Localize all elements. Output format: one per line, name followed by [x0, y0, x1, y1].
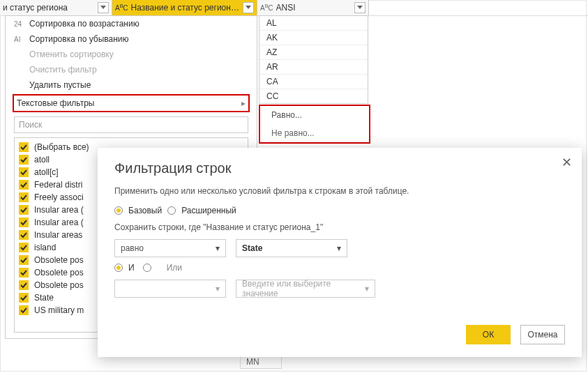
condition-row-2: ▾ Введите или выберите значение ▾ — [114, 280, 565, 298]
operator-select-2[interactable]: ▾ — [114, 280, 226, 298]
ok-button[interactable]: ОК — [466, 325, 511, 344]
search-placeholder: Поиск — [19, 120, 42, 130]
sort-descending[interactable]: AI Сортировка по убыванию — [6, 31, 257, 47]
checkbox-icon[interactable] — [19, 305, 29, 315]
filter-value-label: Obsolete pos — [34, 280, 84, 290]
column-label: и статус региона — [3, 3, 98, 13]
ansi-value-list: AL AK AZ AR CA CC — [259, 15, 368, 104]
sort-desc-label: Сортировка по убыванию — [29, 34, 129, 44]
search-input[interactable]: Поиск — [14, 116, 248, 133]
cancel-button[interactable]: Отмена — [520, 325, 565, 344]
text-filters-label: Текстовые фильтры — [17, 98, 94, 108]
chevron-down-icon: ▾ — [216, 243, 220, 253]
chevron-down-icon: ▾ — [365, 284, 369, 294]
value-select-2[interactable]: Введите или выберите значение ▾ — [236, 280, 375, 298]
checkbox-icon[interactable] — [19, 293, 29, 303]
remove-empty-label: Удалить пустые — [29, 80, 91, 90]
menu-item-not-equals[interactable]: Не равно... — [260, 124, 369, 142]
radio-or-label: Или — [167, 263, 182, 273]
close-button[interactable]: ✕ — [561, 155, 572, 170]
dialog-title: Фильтрация строк — [114, 160, 565, 176]
filter-value-label: atoll[c] — [34, 167, 59, 177]
table-cell: MN — [240, 355, 282, 369]
operator-value: равно — [121, 243, 144, 253]
value-text: State — [242, 243, 262, 253]
column-dropdown-button[interactable] — [98, 2, 109, 13]
radio-and[interactable] — [114, 264, 123, 272]
chevron-right-icon: ▸ — [241, 98, 246, 108]
checkbox-icon[interactable] — [19, 180, 29, 190]
chevron-down-icon: ▾ — [337, 243, 341, 253]
value-placeholder: Введите или выберите значение — [242, 279, 365, 298]
column-header-region-status-1[interactable]: ABC Название и статус региона_1 — [112, 0, 257, 15]
remove-empty[interactable]: Удалить пустые — [6, 77, 257, 93]
filter-value-label: Obsolete pos — [34, 268, 84, 277]
checkbox-icon[interactable] — [19, 268, 29, 277]
filter-value-label: Insular area ( — [34, 205, 84, 215]
text-filter-submenu: Равно... Не равно... — [259, 105, 370, 144]
list-item[interactable]: AK — [259, 31, 368, 45]
sort-asc-icon: 24 — [14, 20, 27, 28]
checkbox-icon[interactable] — [19, 167, 29, 177]
text-type-icon: ABC — [260, 3, 273, 12]
dialog-buttons: ОК Отмена — [466, 325, 565, 344]
clear-sort: Отменить сортировку — [6, 47, 257, 62]
checkbox-icon[interactable] — [19, 243, 29, 252]
sort-desc-icon: AI — [14, 36, 27, 43]
radio-basic[interactable] — [114, 206, 123, 215]
filter-value-label: Federal distri — [34, 180, 82, 190]
column-dropdown-button[interactable] — [243, 2, 254, 13]
value-select-1[interactable]: State ▾ — [236, 239, 347, 257]
menu-item-equals[interactable]: Равно... — [260, 106, 369, 124]
filter-value-label: Insular area ( — [34, 218, 84, 227]
radio-and-label: И — [128, 263, 135, 273]
list-item[interactable]: AL — [259, 16, 368, 31]
sort-ascending[interactable]: 24 Сортировка по возрастанию — [6, 16, 257, 31]
sort-asc-label: Сортировка по возрастанию — [29, 19, 140, 29]
dialog-description: Применить одно или несколько условий фил… — [114, 186, 565, 196]
filter-value-label: US military m — [34, 305, 84, 315]
checkbox-icon[interactable] — [19, 142, 29, 152]
column-dropdown-button[interactable] — [354, 2, 365, 13]
column-label: ANSI — [276, 3, 354, 13]
radio-or[interactable] — [143, 264, 151, 272]
svg-marker-1 — [246, 6, 251, 9]
chevron-down-icon: ▾ — [216, 284, 220, 294]
clear-filter-label: Очистить фильтр — [29, 65, 97, 75]
svg-marker-2 — [357, 6, 363, 9]
keep-rows-text: Сохранить строки, где "Название и статус… — [114, 222, 565, 232]
column-label: Название и статус региона_1 — [131, 3, 243, 13]
checkbox-icon[interactable] — [19, 230, 29, 240]
checkbox-icon[interactable] — [19, 255, 29, 265]
list-item[interactable]: AZ — [259, 45, 368, 60]
filter-value-label: Obsolete pos — [34, 255, 84, 265]
filter-value-label: State — [34, 293, 54, 303]
svg-marker-0 — [100, 6, 106, 9]
checkbox-icon[interactable] — [19, 218, 29, 227]
filter-value-label: Freely associ — [34, 192, 84, 202]
list-item[interactable]: AR — [259, 60, 368, 75]
text-filters[interactable]: Текстовые фильтры ▸ — [13, 94, 250, 112]
checkbox-icon[interactable] — [19, 192, 29, 202]
radio-advanced[interactable] — [167, 206, 176, 215]
column-header-ansi[interactable]: ABC ANSI — [257, 0, 369, 15]
clear-filter: Очистить фильтр — [6, 62, 257, 77]
logic-connector: И Или — [114, 263, 565, 273]
checkbox-icon[interactable] — [19, 205, 29, 215]
operator-select-1[interactable]: равно ▾ — [114, 239, 226, 257]
radio-advanced-label: Расширенный — [181, 206, 236, 215]
checkbox-icon[interactable] — [19, 155, 29, 165]
list-item[interactable]: CA — [259, 75, 368, 89]
list-item[interactable]: CC — [259, 89, 368, 103]
filter-value-label: atoll — [34, 155, 50, 165]
filter-value-label: Insular areas — [34, 230, 82, 240]
filter-rows-dialog: ✕ Фильтрация строк Применить одно или не… — [98, 148, 582, 357]
filter-mode-radios: Базовый Расширенный — [114, 206, 565, 215]
condition-row-1: равно ▾ State ▾ — [114, 239, 565, 257]
filter-value-label: (Выбрать все) — [34, 142, 89, 152]
radio-basic-label: Базовый — [128, 206, 162, 215]
column-header-region-status[interactable]: и статус региона — [0, 0, 112, 15]
checkbox-icon[interactable] — [19, 280, 29, 290]
filter-value-label: island — [34, 243, 56, 252]
column-headers: и статус региона ABC Название и статус р… — [0, 0, 588, 16]
